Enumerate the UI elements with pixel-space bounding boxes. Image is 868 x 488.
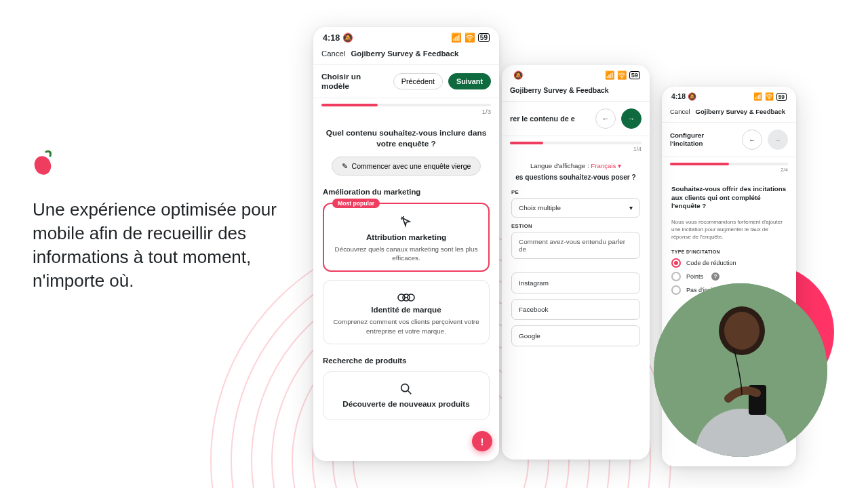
radio-points[interactable]: Points? xyxy=(671,272,787,281)
card-desc: Découvrez quels canaux marketing sont le… xyxy=(332,245,480,263)
progress-count: 1/4 xyxy=(510,146,642,152)
next-button[interactable]: Suivant xyxy=(448,73,491,89)
question-type-select[interactable]: Choix multiple▾ xyxy=(511,198,640,218)
cancel-button[interactable]: Cancel xyxy=(321,49,345,58)
card-title: Identité de marque xyxy=(332,305,481,314)
step-title: Configurer l'incitation xyxy=(670,131,736,148)
answer-option[interactable]: Google xyxy=(511,325,640,346)
bell-off-icon: 🔕 xyxy=(342,33,353,43)
cancel-button[interactable]: Cancel xyxy=(670,108,690,115)
app-title: Gojiberry Survey & Feedback xyxy=(510,87,609,94)
type-label: PE xyxy=(511,189,640,195)
next-button[interactable]: → xyxy=(768,129,788,150)
status-icons: 📶🛜59 xyxy=(451,33,490,43)
glasses-icon xyxy=(332,290,481,302)
bell-off-icon: 🔕 xyxy=(688,92,696,100)
status-bar: 4:18 🔕 📶🛜59 xyxy=(662,87,796,104)
cursor-click-icon xyxy=(332,214,480,230)
step-title: Choisir un modèle xyxy=(321,72,388,91)
card-desc: Comprenez comment vos clients perçoivent… xyxy=(332,317,481,336)
answer-option[interactable]: Instagram xyxy=(511,272,640,293)
hero-headline: Une expérience optimisée pour mobile afi… xyxy=(33,198,290,293)
template-card-brand[interactable]: Identité de marque Comprenez comment vos… xyxy=(323,280,490,344)
section-marketing: Amélioration du marketing xyxy=(323,188,490,196)
help-fab-icon[interactable]: ! xyxy=(472,431,492,451)
prev-button[interactable]: Précédent xyxy=(393,73,443,89)
progress-count: 1/3 xyxy=(321,108,491,115)
pencil-icon: ✎ xyxy=(342,162,348,170)
prev-button[interactable]: ← xyxy=(742,129,762,150)
phone-mock-template: 4:18 🔕 📶🛜59 Cancel Gojiberry Survey & Fe… xyxy=(313,27,499,461)
app-title: Gojiberry Survey & Feedback xyxy=(351,49,458,58)
most-popular-tag: Most popular xyxy=(332,199,380,208)
template-card-product-discovery[interactable]: Découverte de nouveaux produits xyxy=(323,371,490,420)
question-heading: Quel contenu souhaitez-vous inclure dans… xyxy=(323,127,490,148)
status-bar: 4:18 🔕 📶🛜59 xyxy=(313,27,499,45)
section-product-research: Recherche de produits xyxy=(323,357,490,365)
question-heading: es questions souhaitez-vous poser ? xyxy=(511,174,640,181)
svg-point-4 xyxy=(401,384,409,392)
next-button[interactable]: → xyxy=(621,108,642,129)
prev-button[interactable]: ← xyxy=(595,108,616,129)
question-text-input[interactable]: Comment avez-vous entendu parler de xyxy=(511,232,640,259)
bell-off-icon: 🔕 xyxy=(513,71,523,79)
status-bar: 🔕 📶🛜59 xyxy=(502,65,650,83)
question-description: Nous vous recommandons fortement d'ajout… xyxy=(671,219,787,241)
question-heading: Souhaitez-vous offrir des incitations au… xyxy=(671,185,787,211)
app-title: Gojiberry Survey & Feedback xyxy=(696,108,786,115)
svg-point-3 xyxy=(408,294,414,301)
status-icons: 📶🛜59 xyxy=(605,70,640,80)
step-title: rer le contenu de e xyxy=(510,115,590,123)
search-icon xyxy=(332,382,481,396)
status-icons: 📶🛜59 xyxy=(753,92,787,101)
incentive-type-label: TYPE D'INCITATION xyxy=(671,249,787,254)
gojiberry-logo-icon xyxy=(33,149,290,179)
help-icon[interactable]: ? xyxy=(711,272,719,281)
answer-option[interactable]: Facebook xyxy=(511,299,640,320)
chevron-down-icon: ▾ xyxy=(629,204,633,211)
card-title: Attribution marketing xyxy=(332,232,480,241)
svg-point-0 xyxy=(33,154,54,176)
card-title: Découverte de nouveaux produits xyxy=(332,399,481,408)
svg-point-7 xyxy=(724,312,760,350)
radio-discount-code[interactable]: Code de réduction xyxy=(671,258,787,268)
template-card-attribution[interactable]: Most popular Attribution marketing Décou… xyxy=(323,203,490,272)
question-text-label: ESTION xyxy=(511,223,640,229)
display-language-row[interactable]: Langue d'affichage : Français ▾ xyxy=(511,162,640,169)
phone-mock-content: 🔕 📶🛜59 Gojiberry Survey & Feedback rer l… xyxy=(502,65,650,460)
progress-count: 2/4 xyxy=(670,167,788,173)
start-blank-button[interactable]: ✎ Commencer avec une enquête vierge xyxy=(332,157,481,176)
user-photo xyxy=(654,283,827,457)
